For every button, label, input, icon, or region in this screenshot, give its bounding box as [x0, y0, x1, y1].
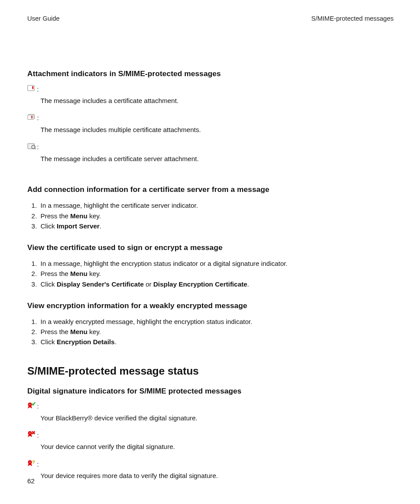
svg-text:?: ?	[32, 460, 35, 465]
indicator-head: :	[27, 402, 394, 411]
indicator-head: ? :	[27, 460, 394, 468]
header-right: S/MIME-protected messages	[311, 15, 394, 22]
heading-attachment-indicators: Attachment indicators in S/MIME-protecte…	[27, 70, 394, 78]
steps-list: In a weakly encrypted message, highlight…	[27, 316, 394, 347]
indicator-item: : Your BlackBerry® device verified the d…	[27, 402, 394, 423]
svg-line-5	[35, 148, 36, 149]
step-bold: Menu	[70, 328, 88, 335]
step-item: Click Encryption Details.	[39, 337, 394, 347]
indicator-item: : The message includes a certificate att…	[27, 85, 394, 106]
indicator-item: : The message includes multiple certific…	[27, 114, 394, 135]
svg-rect-2	[28, 115, 34, 119]
indicator-head: :	[27, 430, 394, 439]
step-text: .	[247, 280, 249, 288]
step-item: In a message, highlight the certificate …	[39, 200, 394, 210]
page-number: 62	[27, 477, 35, 485]
document-page: User Guide S/MIME-protected messages Att…	[0, 0, 420, 504]
heading-view-certificate: View the certificate used to sign or enc…	[27, 243, 394, 252]
step-item: In a weakly encrypted message, highlight…	[39, 316, 394, 327]
indicator-item: : The message includes a certificate ser…	[27, 143, 394, 164]
heading-add-connection: Add connection information for a certifi…	[27, 185, 394, 194]
svg-rect-3	[28, 143, 34, 149]
colon: :	[37, 85, 39, 93]
indicator-desc: Your device cannot verify the digital si…	[41, 442, 394, 452]
indicator-desc: The message includes multiple certificat…	[41, 125, 394, 135]
step-text: In a message, highlight the encryption s…	[41, 260, 287, 267]
colon: :	[37, 431, 39, 439]
signature-verified-icon	[27, 402, 36, 411]
svg-point-7	[29, 404, 31, 405]
heading-signature-indicators: Digital signature indicators for S/MIME …	[27, 387, 394, 396]
svg-point-13	[29, 461, 31, 463]
indicator-item: : Your device cannot verify the digital …	[27, 430, 394, 452]
step-text: Click	[41, 338, 57, 346]
step-text: Click	[41, 222, 57, 230]
signature-unverified-icon	[27, 430, 36, 439]
steps-list: In a message, highlight the encryption s…	[27, 258, 394, 289]
certificate-server-attachment-icon	[27, 143, 36, 151]
header-left: User Guide	[27, 15, 59, 22]
step-bold: Encryption Details	[57, 338, 115, 346]
certificate-attachment-icon	[27, 85, 36, 93]
colon: :	[37, 143, 39, 151]
indicator-desc: Your device requires more data to verify…	[41, 471, 394, 481]
step-item: Press the Menu key.	[39, 211, 394, 221]
steps-list: In a message, highlight the certificate …	[27, 200, 394, 231]
signature-moredata-icon: ?	[27, 460, 36, 468]
step-item: Press the Menu key.	[39, 327, 394, 337]
step-text: .	[114, 338, 116, 346]
svg-rect-0	[28, 85, 34, 91]
colon: :	[37, 460, 39, 468]
step-text: Click	[41, 280, 57, 288]
step-bold: Display Encryption Certificate	[153, 280, 247, 288]
indicator-head: :	[27, 85, 394, 93]
step-bold: Menu	[70, 212, 88, 220]
step-text: In a message, highlight the certificate …	[41, 202, 198, 209]
step-bold: Menu	[70, 270, 88, 277]
colon: :	[37, 114, 39, 121]
step-item: Press the Menu key.	[39, 269, 394, 279]
step-text: or	[144, 280, 153, 288]
step-item: In a message, highlight the encryption s…	[39, 258, 394, 269]
step-text: Press the	[41, 212, 70, 220]
indicator-desc: Your BlackBerry® device verified the dig…	[41, 413, 394, 423]
colon: :	[37, 402, 39, 410]
svg-point-9	[29, 432, 31, 434]
step-bold: Display Sender's Certificate	[57, 280, 144, 288]
step-text: key.	[88, 328, 101, 335]
indicator-desc: The message includes a certificate serve…	[41, 154, 394, 164]
step-text: Press the	[41, 328, 70, 335]
step-text: key.	[88, 270, 101, 277]
running-header: User Guide S/MIME-protected messages	[27, 15, 394, 22]
step-text: .	[99, 222, 101, 230]
indicator-item: ? : Your device requires more data to ve…	[27, 460, 394, 481]
step-bold: Import Server	[57, 222, 100, 230]
step-item: Click Display Sender's Certificate or Di…	[39, 279, 394, 289]
multiple-certificate-attachment-icon	[27, 114, 36, 122]
indicator-head: :	[27, 114, 394, 122]
step-item: Click Import Server.	[39, 221, 394, 231]
heading-message-status: S/MIME-protected message status	[27, 365, 394, 377]
indicator-head: :	[27, 143, 394, 151]
step-text: key.	[88, 212, 101, 220]
step-text: Press the	[41, 270, 70, 277]
heading-view-encryption: View encryption information for a weakly…	[27, 302, 394, 310]
indicator-desc: The message includes a certificate attac…	[41, 96, 394, 106]
step-text: In a weakly encrypted message, highlight…	[41, 318, 252, 325]
